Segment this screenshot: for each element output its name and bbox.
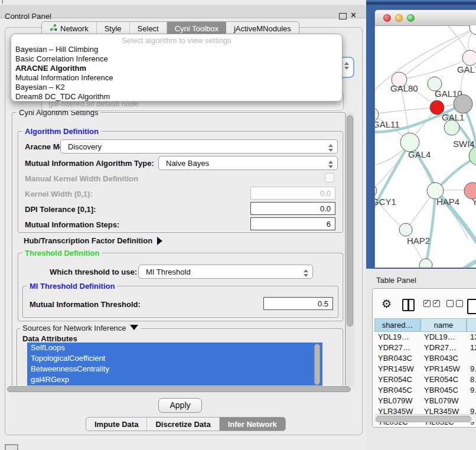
node-label: HAP2 bbox=[407, 236, 430, 246]
algorithm-option[interactable]: Dream8 DC_TDC Algorithm bbox=[11, 92, 342, 102]
column-header-name[interactable]: name bbox=[420, 318, 467, 332]
hub-definition-toggle[interactable]: Hub/Transcription Factor Definition bbox=[24, 236, 162, 245]
algorithm-option[interactable]: Basic Correlation Inference bbox=[11, 54, 342, 64]
columns-icon[interactable] bbox=[402, 299, 415, 311]
tab-label: jActiveMNodules bbox=[234, 24, 291, 33]
settings-hscroll-thumb[interactable] bbox=[7, 386, 351, 392]
table-hscroll-track[interactable] bbox=[374, 414, 476, 422]
tab-label: Select bbox=[138, 24, 159, 33]
tab-jactivemnodules[interactable]: jActiveMNodules bbox=[226, 22, 299, 35]
spinner-arrows-icon bbox=[304, 269, 308, 277]
mi-type-select[interactable]: Naive Bayes bbox=[158, 156, 338, 170]
network-window-titlebar[interactable] bbox=[375, 10, 476, 26]
tab-impute-data[interactable]: Impute Data bbox=[86, 418, 147, 431]
checked-pair-icon[interactable] bbox=[423, 299, 442, 309]
table-row[interactable]: YBL079WYBL079W bbox=[374, 396, 476, 406]
network-node-hap2[interactable] bbox=[399, 223, 412, 236]
table-cell: YDR27… bbox=[424, 343, 467, 353]
network-node-swi4[interactable] bbox=[469, 146, 476, 165]
column-header-A[interactable]: A bbox=[467, 318, 476, 332]
table-cell: YDL19… bbox=[424, 332, 467, 343]
algorithm-option[interactable]: Bayesian – K2 bbox=[11, 83, 342, 92]
network-node-gcy1[interactable] bbox=[375, 185, 377, 197]
hub-definition-label: Hub/Transcription Factor Definition bbox=[24, 236, 152, 245]
table-cell: YDR27… bbox=[378, 343, 420, 353]
table-cell: 9. bbox=[470, 385, 476, 396]
table-row[interactable]: YER054CYER054C8. bbox=[374, 374, 476, 385]
attribute-item-selected[interactable]: gal4RGexp bbox=[27, 374, 322, 385]
collapse-down-icon bbox=[130, 325, 138, 330]
dpi-tolerance-field[interactable]: 0.0 bbox=[250, 202, 335, 215]
data-attributes-label: Data Attributes bbox=[22, 334, 77, 343]
attribute-item-selected[interactable]: SelfLoops bbox=[27, 343, 322, 353]
spinner-arrows-icon bbox=[328, 144, 333, 152]
mi-steps-field[interactable]: 6 bbox=[250, 217, 335, 230]
mi-threshold-title: MI Threshold Definition bbox=[27, 282, 117, 291]
network-node[interactable] bbox=[454, 94, 472, 113]
network-node-gal7[interactable] bbox=[462, 50, 476, 66]
apply-button[interactable]: Apply bbox=[158, 398, 202, 413]
float-window-icon[interactable] bbox=[339, 13, 347, 19]
tab-select[interactable]: Select bbox=[130, 22, 167, 35]
bottom-tab-bar: Impute DataDiscretize DataInfer Network bbox=[86, 417, 286, 431]
network-canvas[interactable]: GAL7GAL80GAL10GAL1GAL11GAL4SWI4GCY1HAP4Y… bbox=[375, 25, 476, 268]
unchecked-pair-icon[interactable] bbox=[446, 299, 465, 309]
table-row[interactable]: YDL19…YDL19…13 bbox=[374, 332, 476, 343]
minimize-traffic-light-icon[interactable] bbox=[395, 14, 403, 22]
threshold-definition-title: Threshold Definition bbox=[22, 249, 102, 257]
kernel-width-field[interactable]: 0.0 bbox=[250, 187, 335, 200]
table-row[interactable]: YPR145WYPR145W9. bbox=[374, 364, 476, 374]
network-node[interactable] bbox=[444, 120, 459, 135]
table-panel-title: Table Panel bbox=[376, 276, 416, 285]
table-cell: 12 bbox=[470, 343, 476, 353]
collapsed-panel-icon[interactable] bbox=[5, 444, 18, 450]
table-panel: ⚙ shared…nameA YDL19…YDL19…13YDR27…YDR27… bbox=[372, 288, 476, 428]
table-cell: YBR043C bbox=[378, 353, 420, 364]
settings-vscroll-thumb[interactable] bbox=[347, 115, 353, 327]
network-node[interactable] bbox=[470, 25, 476, 35]
tab-infer-network[interactable]: Infer Network bbox=[220, 418, 285, 431]
table-row[interactable]: YBR045CYBR045C9. bbox=[374, 385, 476, 396]
attribute-item-selected[interactable]: TopologicalCoefficient bbox=[27, 353, 322, 364]
tab-cyni-toolbox[interactable]: Cyni Toolbox bbox=[167, 22, 226, 35]
manual-kernel-checkbox[interactable] bbox=[325, 173, 334, 182]
column-header-shared[interactable]: shared… bbox=[374, 318, 420, 332]
tab-network[interactable]: Network bbox=[42, 22, 97, 35]
which-threshold-label: Which threshold to use: bbox=[50, 268, 137, 276]
gear-icon[interactable]: ⚙ bbox=[382, 299, 392, 309]
which-threshold-select[interactable]: MI Threshold bbox=[138, 265, 313, 279]
dpi-tolerance-label: DPI Tolerance [0,1]: bbox=[25, 205, 96, 214]
table-cell: YPR145W bbox=[378, 364, 420, 374]
node-label: SWI4 bbox=[453, 139, 475, 149]
tab-style[interactable]: Style bbox=[97, 22, 130, 35]
algorithm-option[interactable]: Mutual Information Inference bbox=[11, 73, 342, 83]
zoom-traffic-light-icon[interactable] bbox=[407, 14, 415, 22]
tab-discretize-data[interactable]: Discretize Data bbox=[147, 418, 219, 431]
aracne-mode-value: Discovery bbox=[68, 142, 102, 151]
close-traffic-light-icon[interactable] bbox=[383, 14, 391, 22]
table-row[interactable]: YDR27…YDR27…12 bbox=[374, 343, 476, 353]
attribute-item-selected[interactable]: BetweennessCentrality bbox=[27, 364, 322, 374]
node-label: GAL7 bbox=[457, 64, 476, 74]
node-label: GAL11 bbox=[375, 119, 400, 129]
tab-label: Network bbox=[60, 24, 89, 33]
table-row[interactable]: YBR043CYBR043C bbox=[374, 353, 476, 364]
table-hscroll-thumb[interactable] bbox=[376, 416, 471, 422]
algorithm-option[interactable]: ARACNE Algorithm bbox=[11, 64, 342, 73]
data-attributes-list[interactable]: SelfLoopsTopologicalCoefficientBetweenne… bbox=[27, 343, 322, 387]
network-node[interactable] bbox=[419, 259, 432, 268]
table-cell: YER054C bbox=[424, 374, 467, 385]
aracne-mode-select[interactable]: Discovery bbox=[60, 139, 338, 154]
node-label: HAP4 bbox=[436, 197, 459, 207]
node-label: GAL4 bbox=[408, 149, 431, 159]
settings-hscroll-track[interactable] bbox=[6, 386, 354, 393]
algorithm-option[interactable]: Bayesian – Hill Climbing bbox=[11, 45, 342, 54]
sources-toggle[interactable]: Sources for Network Inference bbox=[20, 324, 141, 332]
close-icon[interactable]: ✕ bbox=[350, 11, 357, 19]
table-cell: YBR045C bbox=[378, 385, 420, 396]
frame-tick bbox=[2, 0, 3, 4]
table-cell: YBR045C bbox=[424, 385, 467, 396]
document-icon[interactable] bbox=[467, 299, 476, 314]
list-scrollbar-thumb[interactable] bbox=[314, 344, 320, 385]
mi-threshold-field[interactable]: 0.5 bbox=[263, 297, 333, 310]
